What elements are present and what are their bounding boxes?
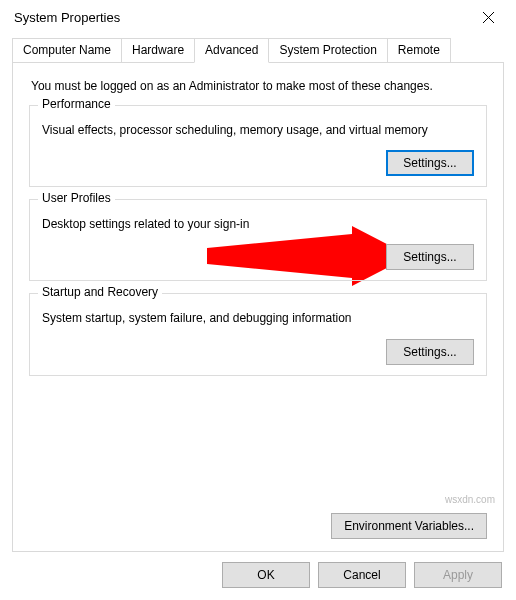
- tab-advanced[interactable]: Advanced: [194, 38, 269, 63]
- ok-button[interactable]: OK: [222, 562, 310, 588]
- tab-panel-advanced: You must be logged on as an Administrato…: [12, 62, 504, 552]
- client-area: Computer Name Hardware Advanced System P…: [0, 34, 516, 552]
- group-user-profiles: User Profiles Desktop settings related t…: [29, 199, 487, 281]
- window-title: System Properties: [14, 10, 120, 25]
- group-performance-buttons: Settings...: [42, 150, 474, 176]
- group-startup-recovery: Startup and Recovery System startup, sys…: [29, 293, 487, 375]
- group-user-profiles-legend: User Profiles: [38, 191, 115, 205]
- tab-hardware[interactable]: Hardware: [121, 38, 195, 63]
- group-performance-desc: Visual effects, processor scheduling, me…: [42, 122, 474, 138]
- watermark-text: wsxdn.com: [445, 494, 495, 505]
- group-startup-recovery-buttons: Settings...: [42, 339, 474, 365]
- tab-remote[interactable]: Remote: [387, 38, 451, 63]
- performance-settings-button[interactable]: Settings...: [386, 150, 474, 176]
- close-button[interactable]: [472, 3, 504, 31]
- group-user-profiles-desc: Desktop settings related to your sign-in: [42, 216, 474, 232]
- env-vars-row: Environment Variables...: [29, 507, 487, 539]
- cancel-button[interactable]: Cancel: [318, 562, 406, 588]
- group-startup-recovery-legend: Startup and Recovery: [38, 285, 162, 299]
- tab-system-protection[interactable]: System Protection: [268, 38, 387, 63]
- group-performance-legend: Performance: [38, 97, 115, 111]
- group-performance: Performance Visual effects, processor sc…: [29, 105, 487, 187]
- group-startup-recovery-desc: System startup, system failure, and debu…: [42, 310, 474, 326]
- titlebar: System Properties: [0, 0, 516, 34]
- admin-notice: You must be logged on as an Administrato…: [31, 79, 487, 93]
- apply-button[interactable]: Apply: [414, 562, 502, 588]
- group-user-profiles-buttons: Settings...: [42, 244, 474, 270]
- tab-computer-name[interactable]: Computer Name: [12, 38, 122, 63]
- dialog-button-row: OK Cancel Apply: [0, 552, 516, 600]
- system-properties-window: System Properties Computer Name Hardware…: [0, 0, 516, 600]
- startup-recovery-settings-button[interactable]: Settings...: [386, 339, 474, 365]
- close-icon: [483, 12, 494, 23]
- tab-strip: Computer Name Hardware Advanced System P…: [12, 38, 504, 63]
- environment-variables-button[interactable]: Environment Variables...: [331, 513, 487, 539]
- user-profiles-settings-button[interactable]: Settings...: [386, 244, 474, 270]
